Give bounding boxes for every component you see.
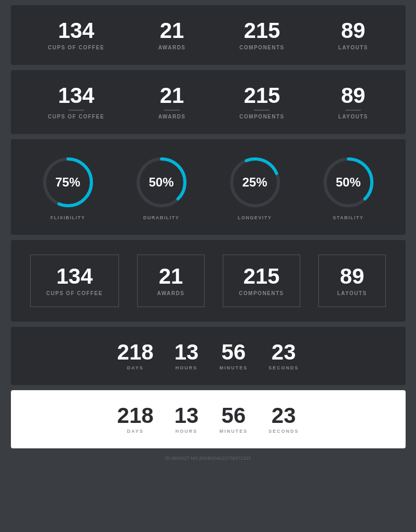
section4-panel: 134 CUPS OF COFFEE 21 AWARDS 215 COMPONE… <box>11 240 406 322</box>
stat-number-awards-2: 21 <box>160 85 184 107</box>
circle-percent-longevity: 25% <box>242 175 267 189</box>
circle-item-durability: 50% DURABILITY <box>133 154 190 220</box>
countdown-label-minutes-5: MINUTES <box>219 365 248 370</box>
countdown-item-minutes-5: 56 MINUTES <box>219 341 248 370</box>
countdown-number-minutes-5: 56 <box>221 341 246 363</box>
stat-number-coffee-1: 134 <box>58 20 95 42</box>
stat-item-awards-1: 21 AWARDS <box>158 20 186 50</box>
stat-number-coffee-2: 134 <box>58 85 95 107</box>
circle-item-stability: 50% STABILITY <box>320 154 377 220</box>
stat-item-components-2: 215 COMPONENTS <box>239 85 285 119</box>
countdown-label-minutes-6: MINUTES <box>219 429 248 434</box>
countdown-number-seconds-6: 23 <box>272 405 296 427</box>
circle-percent-durability: 50% <box>149 175 173 189</box>
countdown-label-days-6: DAYS <box>127 429 144 434</box>
countdown-item-hours-5: 13 HOURS <box>175 341 199 370</box>
countdown-item-seconds-6: 23 SECONDS <box>269 405 299 434</box>
stat-item-layouts-1: 89 LAYOUTS <box>338 20 368 50</box>
countdown-item-days-6: 218 DAYS <box>117 405 154 434</box>
watermark: ID:4662027 NO:20240204122736372107 <box>5 456 411 461</box>
circle-container-longevity: 25% <box>226 154 284 211</box>
stat-item-coffee-1: 134 CUPS OF COFFEE <box>48 20 104 50</box>
stat-item-bordered-components: 215 COMPONENTS <box>223 255 300 307</box>
section1-panel: 134 CUPS OF COFFEE 21 AWARDS 215 COMPONE… <box>11 5 406 65</box>
stat-label-coffee-2: CUPS OF COFFEE <box>48 114 104 119</box>
stat-item-bordered-layouts: 89 LAYOUTS <box>318 255 386 307</box>
countdown-item-seconds-5: 23 SECONDS <box>269 341 299 370</box>
circles-row: 75% FLIXIBILITY 50% DURABILITY <box>21 154 395 220</box>
circle-label-longevity: LONGEVITY <box>238 215 272 220</box>
stat-divider-layouts-2 <box>345 110 361 111</box>
circle-container-flixibility: 75% <box>39 154 97 211</box>
stat-item-components-1: 215 COMPONENTS <box>239 20 285 50</box>
countdown-number-minutes-6: 56 <box>221 405 246 427</box>
stat-label-coffee-1: CUPS OF COFFEE <box>48 45 104 50</box>
circle-text-longevity: 25% <box>242 175 267 190</box>
circle-container-stability: 50% <box>320 154 377 211</box>
circle-item-flixibility: 75% FLIXIBILITY <box>39 154 97 220</box>
section6-countdown-row: 218 DAYS 13 HOURS 56 MINUTES 23 SECONDS <box>21 405 395 434</box>
section5-panel: 218 DAYS 13 HOURS 56 MINUTES 23 SECONDS <box>11 327 406 385</box>
stat-number-awards-4: 21 <box>159 265 183 287</box>
section2-stats-row: 134 CUPS OF COFFEE 21 AWARDS 215 COMPONE… <box>21 85 395 119</box>
stat-item-bordered-awards: 21 AWARDS <box>137 255 205 307</box>
section5-countdown-row: 218 DAYS 13 HOURS 56 MINUTES 23 SECONDS <box>21 341 395 370</box>
stat-number-components-2: 215 <box>244 85 280 107</box>
stat-number-components-4: 215 <box>243 265 279 287</box>
stat-item-layouts-2: 89 LAYOUTS <box>338 85 368 119</box>
stat-label-components-1: COMPONENTS <box>239 45 285 50</box>
countdown-label-seconds-6: SECONDS <box>269 429 299 434</box>
stat-number-layouts-2: 89 <box>341 85 366 107</box>
section2-panel: 134 CUPS OF COFFEE 21 AWARDS 215 COMPONE… <box>11 70 406 134</box>
countdown-label-hours-6: HOURS <box>176 429 198 434</box>
stat-label-components-2: COMPONENTS <box>239 114 285 119</box>
countdown-label-hours-5: HOURS <box>176 365 198 370</box>
section3-panel: 75% FLIXIBILITY 50% DURABILITY <box>11 139 406 235</box>
countdown-item-hours-6: 13 HOURS <box>175 405 199 434</box>
stat-label-coffee-4: CUPS OF COFFEE <box>46 290 103 296</box>
circle-text-flixibility: 75% <box>55 175 80 190</box>
section1-stats-row: 134 CUPS OF COFFEE 21 AWARDS 215 COMPONE… <box>21 20 395 50</box>
stat-number-awards-1: 21 <box>160 20 184 42</box>
circle-item-longevity: 25% LONGEVITY <box>226 154 284 220</box>
circle-percent-stability: 50% <box>336 175 360 189</box>
stat-number-coffee-4: 134 <box>56 265 92 287</box>
circle-label-durability: DURABILITY <box>143 215 180 220</box>
stat-number-layouts-4: 89 <box>340 265 365 287</box>
countdown-number-hours-6: 13 <box>175 405 199 427</box>
stat-label-layouts-4: LAYOUTS <box>337 290 367 296</box>
stat-item-coffee-2: 134 CUPS OF COFFEE <box>48 85 104 119</box>
section6-panel: 218 DAYS 13 HOURS 56 MINUTES 23 SECONDS <box>11 390 406 448</box>
countdown-number-hours-5: 13 <box>175 341 199 363</box>
circle-label-flixibility: FLIXIBILITY <box>50 215 85 220</box>
circle-percent-flixibility: 75% <box>55 175 80 189</box>
stat-number-layouts-1: 89 <box>341 20 366 42</box>
stat-divider-coffee-2 <box>69 110 84 111</box>
countdown-item-days-5: 218 DAYS <box>117 341 154 370</box>
circle-text-stability: 50% <box>336 175 360 190</box>
countdown-number-days-5: 218 <box>117 341 154 363</box>
stat-item-awards-2: 21 AWARDS <box>158 85 186 119</box>
stat-item-bordered-coffee: 134 CUPS OF COFFEE <box>30 255 119 307</box>
countdown-label-seconds-5: SECONDS <box>269 365 299 370</box>
circle-text-durability: 50% <box>149 175 173 190</box>
countdown-number-seconds-5: 23 <box>272 341 296 363</box>
countdown-item-minutes-6: 56 MINUTES <box>219 405 248 434</box>
stat-label-layouts-2: LAYOUTS <box>338 114 368 119</box>
stat-label-components-4: COMPONENTS <box>239 290 284 296</box>
stat-label-awards-4: AWARDS <box>157 290 185 296</box>
countdown-label-days-5: DAYS <box>127 365 144 370</box>
stat-label-awards-2: AWARDS <box>158 114 186 119</box>
stat-divider-components-2 <box>254 110 270 111</box>
circle-label-stability: STABILITY <box>333 215 364 220</box>
stat-number-components-1: 215 <box>244 20 280 42</box>
stat-divider-awards-2 <box>164 110 180 111</box>
countdown-number-days-6: 218 <box>117 405 154 427</box>
stat-label-layouts-1: LAYOUTS <box>338 45 368 50</box>
section4-stats-row: 134 CUPS OF COFFEE 21 AWARDS 215 COMPONE… <box>21 255 395 307</box>
stat-label-awards-1: AWARDS <box>158 45 186 50</box>
circle-container-durability: 50% <box>133 154 190 211</box>
